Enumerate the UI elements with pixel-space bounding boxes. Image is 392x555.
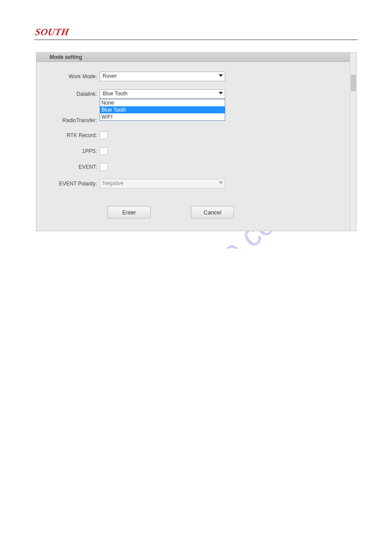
event-polarity-value: Negative [103,180,123,186]
datalink-select[interactable]: Blue Tooth [100,89,225,99]
mode-setting-panel: Mode setting Work Mode: Rover Datalink: … [36,52,356,231]
scrollbar-thumb[interactable] [351,75,356,91]
rtk-record-checkbox[interactable] [100,131,108,139]
event-polarity-label: EVENT Polarity: [44,181,100,187]
datalink-option-bluetooth[interactable]: Blue Tooth [100,106,225,113]
datalink-dropdown: None Blue Tooth WIFI [100,99,225,121]
datalink-option-wifi[interactable]: WIFI [100,113,225,120]
header-divider [34,40,358,40]
chevron-down-icon [219,92,223,94]
pps-label: 1PPS: [44,148,100,154]
cancel-button[interactable]: Cancel [191,206,234,218]
work-mode-label: Work Mode: [44,73,100,80]
datalink-option-none[interactable]: None [100,99,225,106]
event-checkbox[interactable] [100,163,108,171]
rtk-record-label: RTK Record: [44,132,100,138]
work-mode-select[interactable]: Rover [100,72,225,81]
panel-title: Mode setting [36,53,356,62]
chevron-down-icon [219,74,223,77]
chevron-down-icon [219,181,223,184]
work-mode-value: Rover [103,73,117,79]
panel-scrollbar[interactable] [350,53,356,231]
event-polarity-select: Negative [100,179,225,189]
datalink-label: Datalink: [44,91,100,97]
pps-checkbox[interactable] [100,147,108,155]
brand-logo: SOUTH [34,26,70,38]
radiotransfer-label: RadioTransfer: [44,117,100,123]
event-label: EVENT: [44,164,100,170]
enter-button[interactable]: Enter [108,206,151,218]
datalink-value: Blue Tooth [103,91,128,97]
